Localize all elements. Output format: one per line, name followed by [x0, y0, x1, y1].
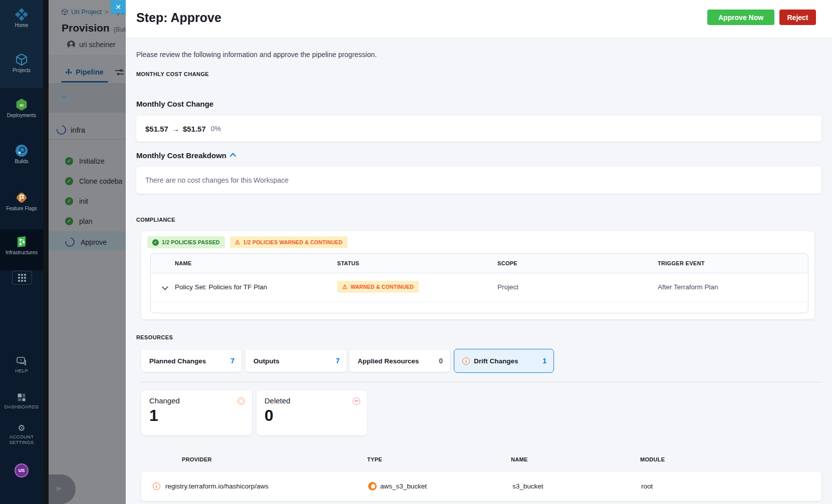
- stat-label: Changed: [149, 396, 180, 405]
- monthly-cost-heading: Monthly Cost Change: [136, 100, 213, 108]
- warning-triangle-icon: ⚠: [342, 283, 348, 290]
- policies-warned-badge: ⚠ 1/2 POLICIES WARNED & CONTINUED: [230, 236, 348, 248]
- policy-name: Policy Set: Policies for TF Plan: [175, 283, 267, 291]
- sidebar-item-label: Infrastructures: [0, 250, 43, 255]
- module-selector-button[interactable]: [12, 271, 32, 285]
- col-status: STATUS: [337, 260, 359, 266]
- compliance-badges: ✓ 1/2 POLICIES PASSED ⚠ 1/2 POLICIES WAR…: [147, 236, 348, 248]
- col-scope: SCOPE: [497, 260, 517, 266]
- chevron-up-icon: [230, 153, 236, 160]
- sidebar-item-deployments[interactable]: ∞ Deployments: [0, 98, 43, 118]
- sidebar-item-feature-flags[interactable]: Feature Flags: [0, 191, 43, 211]
- policy-status-badge: ⚠ WARNED & CONTINUED: [337, 281, 419, 293]
- col-name: NAME: [175, 260, 192, 266]
- cost-breakdown-empty-message: There are no cost changes for this Works…: [145, 176, 289, 184]
- col-provider: PROVIDER: [182, 456, 212, 462]
- drift-info-icon: i: [462, 357, 470, 365]
- reject-button[interactable]: Reject: [779, 10, 816, 25]
- tab-outputs[interactable]: Outputs 7: [245, 350, 347, 372]
- projects-cube-icon: [15, 53, 28, 66]
- policy-table-header: NAME STATUS SCOPE TRIGGER EVENT: [151, 254, 808, 273]
- stat-value: 1: [149, 406, 158, 425]
- policy-scope: Project: [497, 283, 518, 291]
- sidebar-item-label: Deployments: [0, 113, 43, 118]
- cost-breakdown-heading: Monthly Cost Breakdown: [136, 151, 226, 160]
- close-button[interactable]: ✕: [111, 0, 126, 14]
- cost-to: $51.57: [183, 125, 206, 133]
- sidebar-item-dashboards[interactable]: DASHBOARDS: [0, 392, 43, 409]
- sidebar-item-builds[interactable]: Builds: [0, 144, 43, 164]
- tab-applied-resources[interactable]: Applied Resources 0: [350, 350, 450, 372]
- tab-count: 1: [542, 357, 546, 365]
- gear-icon: ⚙: [18, 423, 25, 433]
- feature-flags-icon: [15, 191, 28, 204]
- tab-planned-changes[interactable]: Planned Changes 7: [141, 350, 241, 372]
- sidebar-item-home[interactable]: Home: [0, 8, 43, 28]
- col-trigger: TRIGGER EVENT: [658, 260, 705, 266]
- compliance-card: ✓ 1/2 POLICIES PASSED ⚠ 1/2 POLICIES WAR…: [141, 231, 814, 319]
- section-label-resources: RESOURCES: [136, 334, 173, 340]
- stat-label: Deleted: [264, 396, 291, 405]
- sidebar-item-label: HELP: [0, 368, 43, 373]
- drawer-title: Step: Approve: [136, 11, 221, 25]
- svg-text:∞: ∞: [19, 102, 24, 109]
- sidebar-item-label: Home: [0, 23, 43, 28]
- help-chat-icon: ?: [16, 356, 27, 366]
- approve-now-button[interactable]: Approve Now: [707, 10, 774, 25]
- sidebar-item-label: Builds: [0, 159, 43, 164]
- col-type: TYPE: [367, 456, 382, 462]
- resource-type: aws_s3_bucket: [380, 482, 427, 490]
- app-root: Uri Project > Pipeli Provision (Build ur…: [0, 0, 832, 504]
- tab-count: 0: [439, 357, 443, 365]
- user-avatar[interactable]: US: [15, 463, 29, 477]
- tab-count: 7: [230, 357, 234, 365]
- nav-sidebar: Home Projects ∞ Deployments Builds: [0, 0, 43, 504]
- resource-row[interactable]: i registry.terraform.io/hashicorp/aws aw…: [141, 472, 821, 501]
- aws-provider-icon: [368, 482, 377, 490]
- stat-card-changed: Changed 1: [141, 390, 252, 435]
- tab-label: Outputs: [253, 357, 280, 365]
- warning-triangle-icon: ⚠: [235, 239, 240, 246]
- resource-module: root: [641, 482, 653, 490]
- sidebar-item-label: DASHBOARDS: [0, 404, 43, 409]
- policies-passed-label: 1/2 POLICIES PASSED: [162, 239, 220, 245]
- apps-grid-icon: [18, 274, 26, 282]
- tab-count: 7: [336, 357, 340, 365]
- deleted-icon: [353, 397, 360, 405]
- policy-status-label: WARNED & CONTINUED: [351, 284, 414, 290]
- sidebar-item-label: ACCOUNT SETTINGS: [6, 434, 37, 445]
- cost-percent: 0%: [211, 125, 221, 133]
- resource-provider: registry.terraform.io/hashicorp/aws: [165, 482, 268, 490]
- sidebar-item-help[interactable]: ? HELP: [0, 356, 43, 373]
- policies-warned-label: 1/2 POLICIES WARNED & CONTINUED: [243, 239, 343, 245]
- cost-breakdown-toggle[interactable]: Monthly Cost Breakdown: [136, 151, 236, 160]
- check-circle-icon: ✓: [152, 239, 159, 246]
- tab-label: Drift Changes: [474, 357, 518, 365]
- drift-info-icon: i: [153, 482, 160, 490]
- sidebar-item-infrastructures[interactable]: Infrastructures: [0, 235, 43, 255]
- sidebar-item-label: Projects: [0, 68, 43, 73]
- svg-text:?: ?: [20, 358, 22, 363]
- tab-drift-changes[interactable]: i Drift Changes 1: [454, 349, 554, 373]
- sidebar-item-account-settings[interactable]: ⚙ ACCOUNT SETTINGS: [0, 424, 43, 445]
- builds-icon: [15, 144, 28, 157]
- sidebar-item-label: Feature Flags: [0, 206, 43, 211]
- col-module: MODULE: [640, 456, 665, 462]
- cost-breakdown-empty-card: There are no cost changes for this Works…: [136, 167, 821, 194]
- resources-divider: [141, 382, 821, 382]
- col-resource-name: NAME: [511, 456, 528, 462]
- policy-table-row[interactable]: Policy Set: Policies for TF Plan ⚠ WARNE…: [151, 273, 808, 302]
- cost-change-card: $51.57 → $51.57 0%: [136, 116, 821, 142]
- deployments-icon: ∞: [15, 98, 28, 111]
- infrastructures-icon: [15, 235, 28, 248]
- stat-value: 0: [264, 406, 273, 425]
- home-icon: [15, 8, 28, 21]
- chevron-down-icon[interactable]: [162, 284, 168, 290]
- cost-from: $51.57: [145, 125, 168, 133]
- cost-arrow-icon: →: [172, 125, 179, 133]
- sidebar-item-projects[interactable]: Projects: [0, 53, 43, 73]
- policy-table: NAME STATUS SCOPE TRIGGER EVENT Policy S…: [150, 253, 808, 313]
- section-label-compliance: COMPLIANCE: [136, 217, 175, 223]
- policy-trigger: After Terraform Plan: [658, 283, 718, 291]
- review-instructions: Please review the following information …: [136, 51, 377, 59]
